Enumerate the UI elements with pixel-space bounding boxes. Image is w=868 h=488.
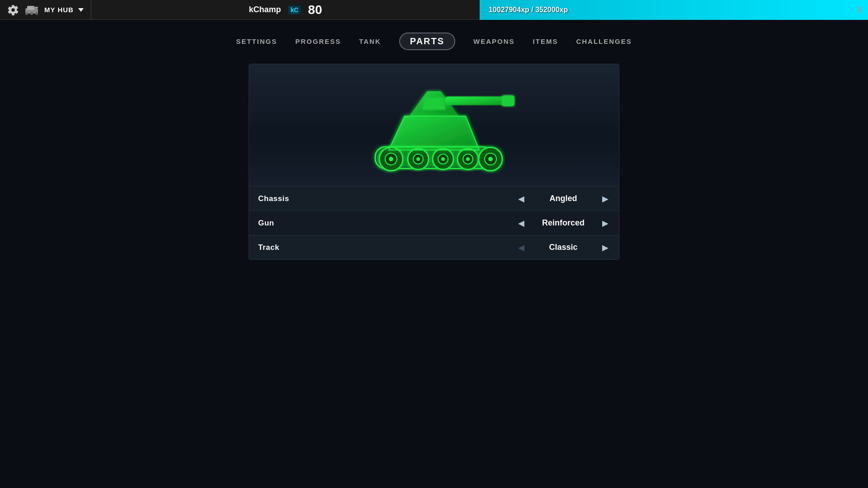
center-section: kChamp kC 80: [91, 3, 480, 17]
svg-point-3: [25, 12, 28, 15]
chassis-prev-button[interactable]: ◀: [517, 194, 526, 204]
gun-prev-button[interactable]: ◀: [517, 218, 526, 228]
track-row: Track ◀ Classic ▶: [249, 235, 619, 259]
track-selector: ◀ Classic ▶: [517, 243, 610, 253]
track-prev-button[interactable]: ◀: [517, 243, 526, 253]
tank-image: [326, 73, 542, 177]
level-badge: 80: [308, 3, 322, 17]
tank-display: [249, 64, 619, 186]
nav-parts[interactable]: PARTS: [399, 33, 455, 50]
svg-rect-9: [445, 97, 509, 105]
xp-bar: 10027904xp / 352000xp: [480, 0, 868, 20]
svg-rect-10: [502, 95, 514, 106]
nav-items[interactable]: ITEMS: [533, 38, 558, 45]
svg-point-21: [441, 157, 445, 161]
tank-avatar-icon: [24, 4, 40, 16]
gun-value: Reinforced: [534, 218, 593, 228]
chassis-selector: ◀ Angled ▶: [517, 194, 610, 204]
gun-label: Gun: [258, 219, 517, 228]
close-button[interactable]: X: [857, 5, 863, 15]
gun-next-button[interactable]: ▶: [601, 218, 610, 228]
chassis-row: Chassis ◀ Angled ▶: [249, 186, 619, 211]
kc-badge: kC: [288, 5, 301, 14]
navigation: SETTINGS PROGRESS TANK PARTS WEAPONS ITE…: [0, 20, 868, 59]
svg-point-5: [35, 12, 38, 15]
hub-label: MY HUB: [44, 6, 74, 14]
nav-weapons[interactable]: WEAPONS: [473, 38, 515, 45]
gun-selector: ◀ Reinforced ▶: [517, 218, 610, 228]
top-bar: MY HUB kChamp kC 80 10027904xp / 352000x…: [0, 0, 868, 20]
username-label: kChamp: [249, 5, 281, 14]
gun-row: Gun ◀ Reinforced ▶: [249, 211, 619, 235]
svg-point-4: [30, 12, 33, 15]
chassis-value: Angled: [534, 194, 593, 203]
nav-settings[interactable]: SETTINGS: [236, 38, 277, 45]
track-next-button[interactable]: ▶: [601, 243, 610, 253]
chassis-next-button[interactable]: ▶: [601, 194, 610, 204]
svg-point-24: [466, 157, 470, 161]
track-value: Classic: [534, 243, 593, 252]
chevron-down-icon[interactable]: [78, 8, 84, 12]
svg-marker-8: [423, 98, 445, 109]
xp-text: 10027904xp / 352000xp: [480, 6, 568, 14]
svg-point-18: [416, 157, 420, 161]
chassis-label: Chassis: [258, 194, 517, 203]
svg-point-15: [389, 157, 393, 161]
hub-section: MY HUB: [0, 0, 91, 19]
svg-point-27: [488, 157, 493, 161]
nav-tank[interactable]: TANK: [359, 38, 381, 45]
main-content: Chassis ◀ Angled ▶ Gun ◀ Reinforced ▶ Tr…: [0, 59, 868, 260]
svg-rect-2: [33, 7, 38, 8]
track-label: Track: [258, 243, 517, 252]
nav-challenges[interactable]: CHALLENGES: [576, 38, 632, 45]
parts-panel: Chassis ◀ Angled ▶ Gun ◀ Reinforced ▶ Tr…: [249, 64, 619, 260]
gear-icon[interactable]: [7, 4, 19, 16]
nav-progress[interactable]: PROGRESS: [295, 38, 341, 45]
